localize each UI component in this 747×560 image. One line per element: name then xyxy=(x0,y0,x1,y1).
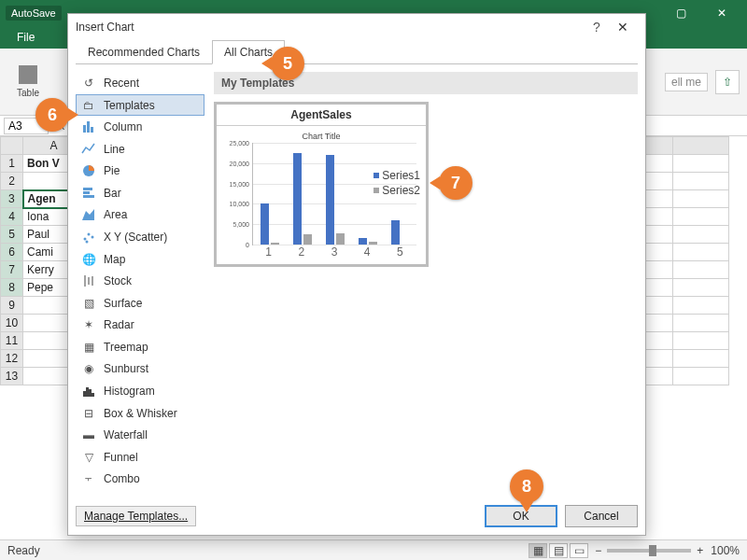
svg-rect-0 xyxy=(83,125,86,133)
close-button[interactable]: ✕ xyxy=(702,2,741,24)
cat-boxwhisker[interactable]: ⊟Box & Whisker xyxy=(76,402,204,425)
surface-icon: ▧ xyxy=(81,296,96,311)
cat-funnel[interactable]: ▽Funnel xyxy=(76,446,204,469)
svg-rect-5 xyxy=(83,191,90,194)
line-icon xyxy=(81,142,96,157)
chart-legend: Series1 Series2 xyxy=(374,169,420,199)
svg-rect-1 xyxy=(87,121,90,133)
svg-marker-7 xyxy=(82,209,94,220)
svg-rect-15 xyxy=(83,391,86,397)
cat-templates[interactable]: 🗀Templates xyxy=(76,94,204,117)
svg-rect-4 xyxy=(83,188,92,190)
cat-scatter[interactable]: X Y (Scatter) xyxy=(76,226,204,248)
column-icon xyxy=(81,119,96,134)
sunburst-icon: ◉ xyxy=(81,361,96,376)
zoom-slider[interactable] xyxy=(607,549,691,553)
cat-surface[interactable]: ▧Surface xyxy=(76,292,204,315)
cancel-button[interactable]: Cancel xyxy=(565,505,638,527)
svg-rect-18 xyxy=(92,393,94,397)
status-bar: Ready ▦ ▤ ▭ − + 100% xyxy=(0,539,747,560)
dialog-title: Insert Chart xyxy=(76,21,585,34)
share-button[interactable]: ⇧ xyxy=(715,70,740,94)
cat-pie[interactable]: Pie xyxy=(76,161,204,183)
manage-templates-link[interactable]: Manage Templates... xyxy=(76,506,196,526)
view-page-icon[interactable]: ▤ xyxy=(549,543,568,558)
callout-8: 8 xyxy=(510,469,543,503)
chart-preview: Chart Title 05,00010,00015,00020,00025,0… xyxy=(217,126,426,264)
template-agentsales[interactable]: AgentSales Chart Title 05,00010,00015,00… xyxy=(214,102,429,267)
svg-point-9 xyxy=(88,233,91,236)
scatter-icon xyxy=(81,230,96,245)
svg-point-11 xyxy=(86,241,89,244)
cat-stock[interactable]: Stock xyxy=(76,270,204,292)
area-icon xyxy=(81,207,96,222)
status-text: Ready xyxy=(7,544,40,557)
table-icon xyxy=(19,65,37,84)
cat-waterfall[interactable]: ▬Waterfall xyxy=(76,424,204,446)
svg-rect-16 xyxy=(86,387,89,397)
cat-sunburst[interactable]: ◉Sunburst xyxy=(76,358,204,381)
chart-category-list: ↺Recent 🗀Templates Column Line Pie Bar A… xyxy=(76,72,204,490)
combo-icon: ⫟ xyxy=(81,471,96,486)
histogram-icon xyxy=(81,384,96,399)
waterfall-icon: ▬ xyxy=(81,427,96,442)
tab-recommended-charts[interactable]: Recommended Charts xyxy=(76,40,212,64)
dialog-close-button[interactable]: ✕ xyxy=(608,20,638,35)
autosave-toggle[interactable]: AutoSave xyxy=(6,6,62,21)
cat-bar[interactable]: Bar xyxy=(76,182,204,204)
template-name: AgentSales xyxy=(217,105,426,126)
callout-7: 7 xyxy=(439,166,472,200)
cat-treemap[interactable]: ▦Treemap xyxy=(76,336,204,358)
maximize-button[interactable]: ▢ xyxy=(661,2,700,24)
recent-icon: ↺ xyxy=(81,76,96,91)
view-break-icon[interactable]: ▭ xyxy=(570,543,588,558)
view-normal-icon[interactable]: ▦ xyxy=(529,543,547,558)
svg-rect-17 xyxy=(89,389,92,397)
callout-6: 6 xyxy=(35,98,69,132)
stock-icon xyxy=(81,273,96,288)
svg-rect-6 xyxy=(83,195,94,198)
templates-icon: 🗀 xyxy=(81,98,96,113)
radar-icon: ✶ xyxy=(81,317,96,332)
chart-title: Chart Title xyxy=(226,132,416,141)
svg-rect-2 xyxy=(91,127,93,133)
cat-combo[interactable]: ⫟Combo xyxy=(76,468,204,490)
tell-me-input[interactable]: ell me xyxy=(665,73,708,91)
cat-radar[interactable]: ✶Radar xyxy=(76,315,204,337)
map-icon: 🌐 xyxy=(81,252,96,267)
cat-histogram[interactable]: Histogram xyxy=(76,380,204,402)
insert-chart-dialog: Insert Chart ? ✕ Recommended Charts All … xyxy=(67,13,646,536)
callout-5: 5 xyxy=(271,47,304,80)
cat-area[interactable]: Area xyxy=(76,204,204,227)
bar-icon xyxy=(81,186,96,201)
zoom-level: 100% xyxy=(711,544,740,557)
cat-column[interactable]: Column xyxy=(76,116,204,138)
help-button[interactable]: ? xyxy=(585,20,608,35)
cat-map[interactable]: 🌐Map xyxy=(76,248,204,271)
cat-recent[interactable]: ↺Recent xyxy=(76,72,204,94)
ribbon-tab-file[interactable]: File xyxy=(7,27,44,48)
svg-point-10 xyxy=(92,236,94,239)
cat-line[interactable]: Line xyxy=(76,138,204,161)
pie-icon xyxy=(81,163,96,178)
funnel-icon: ▽ xyxy=(81,450,96,465)
svg-point-8 xyxy=(84,238,87,241)
treemap-icon: ▦ xyxy=(81,340,96,355)
boxwhisker-icon: ⊟ xyxy=(81,406,96,421)
